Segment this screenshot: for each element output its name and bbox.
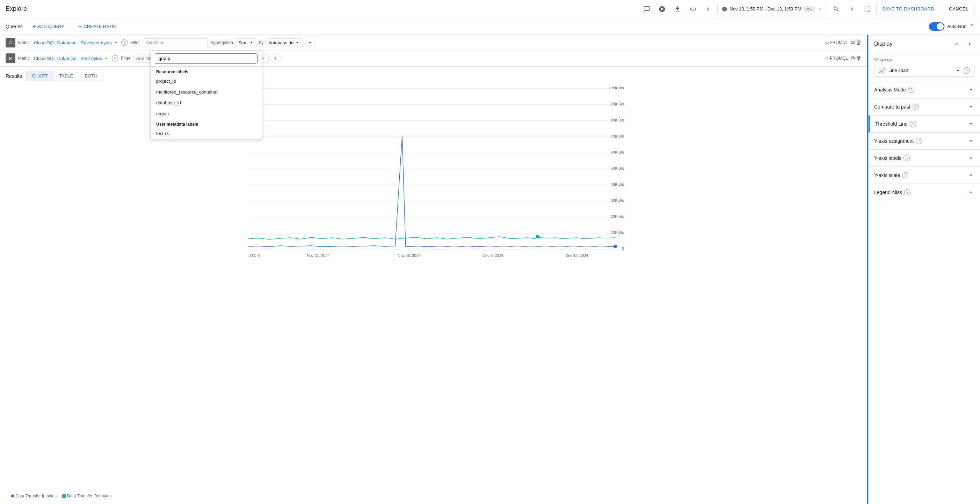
metric-label-b: Metric	[18, 56, 30, 61]
dropdown-search-input[interactable]	[155, 53, 258, 63]
metric-dropdown-a[interactable]: Cloud SQL Database - Received bytes	[34, 40, 119, 45]
y-axis-labels-help[interactable]: ?	[904, 155, 910, 161]
auto-run-toggle[interactable]	[929, 22, 944, 31]
comment-icon-btn[interactable]	[640, 3, 653, 15]
promql-btn-a[interactable]: <> PROMQL	[824, 40, 850, 46]
download-icon-btn[interactable]	[671, 3, 684, 15]
link-icon-btn[interactable]	[687, 3, 699, 15]
display-sort-btn[interactable]	[952, 39, 962, 49]
queries-title: Queries	[6, 24, 23, 29]
dropdown-item-monitored[interactable]: monitored_resource_container	[151, 87, 262, 97]
svg-text:40KiB/s: 40KiB/s	[611, 182, 624, 186]
svg-text:50KiB/s: 50KiB/s	[611, 166, 624, 170]
auto-run-container: Auto-Run ⌃	[929, 22, 974, 31]
collapse-btn[interactable]: ⌃	[969, 23, 974, 30]
time-range-btn[interactable]: Nov 13, 1:59 PM - Dec 13, 1:59 PM PST	[717, 3, 827, 15]
add-filter-btn-a[interactable]: +	[305, 38, 315, 48]
accordion-analysis-mode[interactable]: Analysis Mode ?	[869, 81, 980, 98]
chart-wrapper: 100KiB/s 90KiB/s 80KiB/s 70KiB/s 60KiB/s…	[0, 85, 867, 504]
svg-text:80KiB/s: 80KiB/s	[611, 118, 624, 122]
results-header: Results CHART TABLE BOTH	[0, 67, 867, 85]
filter-input-a[interactable]	[146, 40, 204, 45]
widget-type-value: Line chart	[888, 68, 952, 73]
y-axis-assignment-help[interactable]: ?	[916, 138, 922, 144]
svg-text:100KiB/s: 100KiB/s	[609, 86, 624, 90]
accordion-y-axis-assignment[interactable]: Y-axis assignment ?	[869, 133, 980, 150]
y-axis-scale-help[interactable]: ?	[902, 172, 908, 178]
legend-alias-help[interactable]: ?	[904, 189, 910, 195]
user-metadata-header: User metadata labels	[151, 119, 262, 128]
svg-text:Dec 5, 2024: Dec 5, 2024	[482, 254, 503, 258]
cancel-btn[interactable]: CANCEL	[943, 3, 974, 15]
accordion-y-axis-labels[interactable]: Y-axis labels ?	[869, 150, 980, 167]
accordion-compare-to-past[interactable]: Compare to past ?	[869, 98, 980, 116]
table-tab[interactable]: TABLE	[54, 71, 79, 81]
dropdown-item-region[interactable]: region	[151, 108, 262, 119]
query-actions-a: <> PROMQL ⧉ 🗑	[824, 40, 862, 46]
query-label-b: B	[6, 53, 15, 63]
promql-btn-b[interactable]: <> PROMQL	[824, 55, 850, 62]
analysis-mode-help[interactable]: ?	[908, 87, 914, 93]
queries-bar: Queries + ADD QUERY ⇒ CREATE RATIO Auto-…	[0, 18, 980, 35]
metric-help-a[interactable]: ?	[121, 40, 127, 46]
bookmark-icon-btn[interactable]	[656, 3, 668, 15]
metric-value-a: Cloud SQL Database - Received bytes	[34, 40, 112, 45]
save-to-dashboard-btn[interactable]: SAVE TO DASHBOARD	[876, 3, 940, 15]
legend-square-out	[62, 494, 66, 498]
main-content: A Metric Cloud SQL Database - Received b…	[0, 35, 980, 504]
legend-dot-in	[11, 494, 14, 498]
svg-text:90KiB/s: 90KiB/s	[611, 102, 624, 106]
svg-text:Nov 21, 2024: Nov 21, 2024	[307, 254, 329, 258]
results-section: Results CHART TABLE BOTH 100KiB/s 90KiB/…	[0, 67, 867, 504]
accordion-threshold-line[interactable]: Threshold Line ?	[869, 116, 980, 133]
dropdown-item-test-rk[interactable]: test-rk	[151, 128, 262, 139]
svg-text:Dec 12, 2024: Dec 12, 2024	[565, 254, 588, 258]
copy-icon-b[interactable]: ⧉	[851, 55, 854, 62]
auto-run-label: Auto-Run	[947, 24, 966, 29]
svg-rect-22	[536, 235, 539, 238]
both-tab[interactable]: BOTH	[79, 71, 103, 81]
metric-label-a: Metric	[18, 40, 30, 45]
dropdown-item-project-id[interactable]: project_id	[151, 76, 262, 87]
filter-label-b: Filter	[121, 56, 130, 61]
legend-label-out: Data Transfer Out bytes	[67, 493, 111, 498]
metric-help-b[interactable]: ?	[112, 55, 118, 62]
chart-svg: 100KiB/s 90KiB/s 80KiB/s 70KiB/s 60KiB/s…	[6, 85, 862, 260]
display-header: Display	[869, 35, 980, 53]
chart-svg-container: 100KiB/s 90KiB/s 80KiB/s 70KiB/s 60KiB/s…	[6, 85, 862, 491]
copy-icon-a[interactable]: ⧉	[851, 40, 854, 46]
threshold-line-label: Threshold Line	[875, 121, 908, 127]
svg-text:Nov 28, 2024: Nov 28, 2024	[398, 254, 420, 258]
accordion-y-axis-scale[interactable]: Y-axis scale ?	[869, 167, 980, 184]
search-btn[interactable]	[830, 3, 843, 15]
left-panel: A Metric Cloud SQL Database - Received b…	[0, 35, 867, 504]
widget-type-help[interactable]: ?	[964, 67, 970, 74]
filter-dropdown: Resource labels project_id monitored_res…	[150, 50, 262, 139]
dropdown-item-database-id[interactable]: database_id	[151, 97, 262, 108]
back-btn[interactable]	[702, 3, 714, 15]
time-range-text: Nov 13, 1:59 PM - Dec 13, 1:59 PM	[730, 6, 801, 11]
line-chart-icon: 📈	[879, 67, 886, 74]
threshold-line-help[interactable]: ?	[910, 121, 916, 127]
filter-container-a[interactable]	[143, 38, 208, 47]
delete-icon-a[interactable]: 🗑	[856, 40, 862, 46]
layout-btn[interactable]	[861, 3, 873, 15]
display-expand-btn[interactable]	[965, 39, 974, 49]
widget-type-select[interactable]: 📈 Line chart ?	[874, 64, 974, 77]
results-title: Results	[6, 73, 22, 79]
svg-text:10KiB/s: 10KiB/s	[611, 230, 624, 235]
chart-tab[interactable]: CHART	[27, 71, 54, 81]
query-row-a: A Metric Cloud SQL Database - Received b…	[0, 35, 867, 51]
aggregation-select-a[interactable]: Sum	[235, 38, 257, 47]
forward-btn[interactable]	[845, 3, 858, 15]
group-by-select-a[interactable]: database_id	[266, 38, 303, 47]
add-filter-btn-b[interactable]: +	[271, 53, 280, 63]
svg-text:0: 0	[622, 246, 624, 250]
add-query-btn[interactable]: + ADD QUERY	[28, 21, 68, 32]
metric-dropdown-b[interactable]: Cloud SQL Database - Sent bytes	[34, 55, 109, 61]
query-rows: A Metric Cloud SQL Database - Received b…	[0, 35, 867, 67]
compare-to-past-help[interactable]: ?	[913, 104, 919, 110]
accordion-legend-alias[interactable]: Legend Alias ?	[869, 184, 980, 201]
delete-icon-b[interactable]: 🗑	[856, 55, 862, 62]
create-ratio-btn[interactable]: ⇒ CREATE RATIO	[74, 22, 121, 32]
